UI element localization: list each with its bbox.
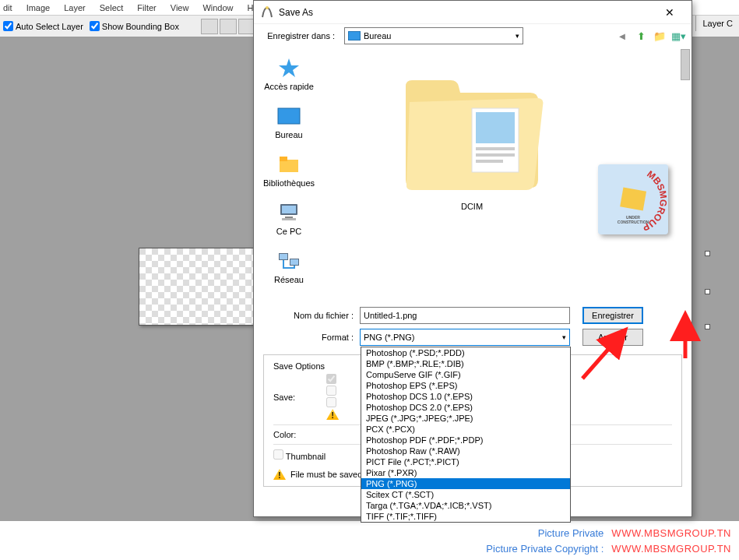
format-option[interactable]: Targa (*.TGA;*.VDA;*.ICB;*.VST) bbox=[361, 500, 570, 511]
format-dropdown[interactable]: Photoshop (*.PSD;*.PDD)BMP (*.BMP;*.RLE;… bbox=[361, 347, 571, 523]
align-button[interactable] bbox=[201, 19, 218, 34]
save-opt-checkbox[interactable] bbox=[326, 397, 339, 407]
location-label: Enregistrer dans : bbox=[260, 31, 338, 41]
menu-edit[interactable]: dit bbox=[3, 3, 12, 12]
sidebar-item-label: Bibliothèques bbox=[263, 178, 315, 188]
star-icon bbox=[276, 57, 301, 79]
back-icon[interactable]: ◄ bbox=[615, 29, 629, 43]
menu-window[interactable]: Window bbox=[202, 3, 233, 12]
footer-link[interactable]: WWW.MBSMGROUP.TN bbox=[611, 526, 731, 541]
filename-row: Nom du fichier : Enregistrer bbox=[254, 305, 691, 326]
menu-select[interactable]: Select bbox=[100, 3, 124, 12]
filename-input[interactable] bbox=[360, 307, 570, 324]
format-option[interactable]: Photoshop DCS 2.0 (*.EPS) bbox=[361, 402, 570, 413]
scrollbar[interactable] bbox=[681, 49, 690, 80]
format-option[interactable]: TIFF (*.TIF;*.TIFF) bbox=[361, 511, 570, 522]
svg-rect-3 bbox=[280, 160, 298, 172]
format-option[interactable]: BMP (*.BMP;*.RLE;*.DIB) bbox=[361, 358, 570, 369]
up-icon[interactable]: ⬆ bbox=[634, 29, 648, 43]
format-option[interactable]: Photoshop DCS 1.0 (*.EPS) bbox=[361, 391, 570, 402]
sidebar-item-network[interactable]: Réseau bbox=[274, 250, 304, 284]
file-browser: Accès rapide Bureau Bibliothèques Ce PC … bbox=[254, 48, 691, 305]
footer-label[interactable]: Picture Private Copyright : bbox=[486, 541, 604, 557]
auto-select-checkbox[interactable]: Auto Select Layer bbox=[3, 21, 83, 31]
layers-panel-tab[interactable]: Layer C bbox=[695, 16, 739, 31]
color-label: Color: bbox=[273, 430, 296, 439]
sidebar-item-label: Ce PC bbox=[276, 227, 301, 236]
menu-view[interactable]: View bbox=[171, 3, 189, 12]
file-list[interactable]: DCIM MBSMGROUP UNDER CONSTRUCTION bbox=[324, 48, 691, 305]
svg-rect-11 bbox=[280, 254, 287, 259]
sidebar-item-label: Réseau bbox=[274, 275, 304, 284]
sidebar-item-quickaccess[interactable]: Accès rapide bbox=[264, 57, 314, 91]
chevron-down-icon: ▾ bbox=[562, 333, 566, 341]
sidebar-item-desktop[interactable]: Bureau bbox=[275, 105, 302, 139]
menu-image[interactable]: Image bbox=[26, 3, 51, 12]
svg-rect-4 bbox=[280, 157, 287, 161]
folder-item-dcim[interactable]: DCIM bbox=[386, 71, 558, 211]
view-menu-icon[interactable]: ▦▾ bbox=[671, 29, 685, 43]
footer-label[interactable]: Picture Private bbox=[538, 526, 604, 541]
svg-rect-2 bbox=[278, 108, 300, 124]
footer-link[interactable]: WWW.MBSMGROUP.TN bbox=[611, 541, 731, 557]
save-opt-checkbox[interactable] bbox=[326, 374, 339, 384]
svg-rect-17 bbox=[476, 160, 503, 163]
transform-handle[interactable] bbox=[705, 251, 710, 256]
svg-rect-15 bbox=[476, 147, 515, 150]
folder-label: DCIM bbox=[461, 202, 483, 211]
format-value: PNG (*.PNG) bbox=[364, 333, 414, 342]
document-window[interactable] bbox=[139, 248, 255, 326]
thumbnail-checkbox[interactable]: Thumbnail bbox=[273, 452, 326, 461]
format-option[interactable]: CompuServe GIF (*.GIF) bbox=[361, 369, 570, 380]
svg-rect-12 bbox=[290, 259, 298, 265]
format-option[interactable]: Photoshop Raw (*.RAW) bbox=[361, 446, 570, 456]
save-button[interactable]: Enregistrer bbox=[582, 307, 643, 324]
format-combo[interactable]: PNG (*.PNG) ▾ Photoshop (*.PSD;*.PDD)BMP… bbox=[360, 329, 570, 346]
save-opt-checkbox[interactable] bbox=[326, 386, 339, 396]
format-label: Format : bbox=[260, 333, 354, 342]
cancel-button[interactable]: Annuler bbox=[582, 329, 643, 346]
menu-layer[interactable]: Layer bbox=[64, 3, 86, 12]
file-item-logo[interactable]: MBSMGROUP UNDER CONSTRUCTION bbox=[598, 164, 676, 242]
menu-filter[interactable]: Filter bbox=[137, 3, 156, 12]
dialog-title: Save As bbox=[279, 7, 654, 18]
warning-icon bbox=[326, 409, 339, 420]
location-combo[interactable]: Bureau ▾ bbox=[344, 27, 523, 44]
svg-rect-16 bbox=[476, 153, 515, 157]
align-button[interactable] bbox=[220, 19, 237, 34]
sidebar-item-label: Bureau bbox=[275, 130, 302, 139]
format-option[interactable]: PICT File (*.PCT;*.PICT) bbox=[361, 456, 570, 467]
svg-marker-1 bbox=[279, 58, 299, 77]
close-button[interactable]: ✕ bbox=[654, 1, 685, 24]
svg-rect-6 bbox=[282, 206, 296, 213]
show-bbox-checkbox[interactable]: Show Bounding Box bbox=[90, 21, 179, 31]
format-option[interactable]: JPEG (*.JPG;*.JPEG;*.JPE) bbox=[361, 413, 570, 424]
desktop-icon bbox=[348, 31, 361, 41]
network-icon bbox=[276, 250, 301, 272]
transform-handle[interactable] bbox=[705, 289, 710, 294]
format-option[interactable]: PNG (*.PNG) bbox=[361, 478, 570, 489]
new-folder-icon[interactable]: 📁 bbox=[653, 29, 667, 43]
dialog-titlebar: Save As ✕ bbox=[254, 1, 691, 24]
svg-rect-14 bbox=[476, 112, 515, 143]
sidebar-item-libraries[interactable]: Bibliothèques bbox=[263, 153, 315, 188]
warning-icon bbox=[273, 469, 286, 480]
transform-handle[interactable] bbox=[705, 324, 710, 329]
sidebar-item-thispc[interactable]: Ce PC bbox=[276, 202, 301, 236]
svg-rect-8 bbox=[282, 218, 296, 220]
page-footer: Picture Private WWW.MBSMGROUP.TN Picture… bbox=[0, 523, 739, 560]
filename-label: Nom du fichier : bbox=[260, 311, 354, 320]
app-icon bbox=[260, 5, 274, 19]
folder-icon bbox=[398, 71, 546, 195]
format-option[interactable]: Pixar (*.PXR) bbox=[361, 467, 570, 478]
svg-rect-7 bbox=[285, 217, 293, 218]
logo-thumbnail: MBSMGROUP UNDER CONSTRUCTION bbox=[598, 164, 668, 234]
svg-text:CONSTRUCTION: CONSTRUCTION bbox=[618, 220, 649, 224]
format-option[interactable]: PCX (*.PCX) bbox=[361, 424, 570, 435]
pc-icon bbox=[276, 202, 301, 224]
format-option[interactable]: Photoshop (*.PSD;*.PDD) bbox=[361, 347, 570, 358]
format-option[interactable]: Photoshop PDF (*.PDF;*.PDP) bbox=[361, 435, 570, 446]
format-option[interactable]: Photoshop EPS (*.EPS) bbox=[361, 380, 570, 391]
format-option[interactable]: Scitex CT (*.SCT) bbox=[361, 489, 570, 500]
desktop-icon bbox=[276, 105, 301, 127]
